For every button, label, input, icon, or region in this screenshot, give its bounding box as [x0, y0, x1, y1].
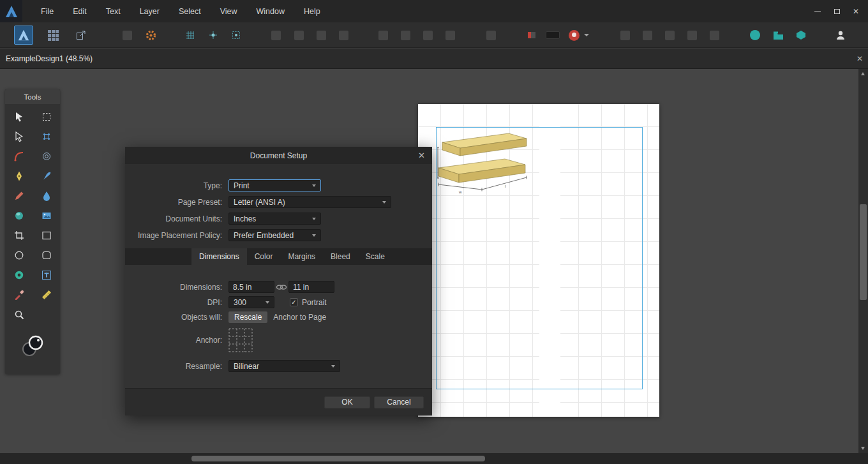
preferences-gear-button[interactable]	[142, 27, 159, 43]
page-preset-dropdown[interactable]: Letter (ANSI A)	[228, 196, 391, 208]
dialog-close-icon[interactable]: ✕	[418, 147, 425, 164]
tab-color[interactable]: Color	[247, 248, 281, 265]
transform-button-1[interactable]	[617, 27, 633, 43]
tab-dimensions[interactable]: Dimensions	[191, 248, 247, 265]
horizontal-scrollbar-thumb[interactable]	[191, 456, 485, 461]
close-window-button[interactable]: ✕	[846, 0, 865, 22]
image-placement-policy-dropdown[interactable]: Prefer Embedded	[228, 229, 321, 241]
color-selector[interactable]	[5, 324, 60, 369]
resample-dropdown[interactable]: Bilinear	[228, 360, 340, 372]
align-button-3[interactable]	[419, 27, 436, 43]
arrange-button-1[interactable]	[267, 27, 284, 43]
pencil-tool-button[interactable]	[5, 186, 33, 206]
tools-panel-title[interactable]: Tools	[5, 89, 60, 104]
menu-file[interactable]: File	[31, 0, 63, 22]
color-cycle-button[interactable]	[747, 27, 763, 43]
color-picker-tool-button[interactable]	[5, 285, 33, 304]
transform-button-5[interactable]	[706, 27, 722, 43]
zoom-tool-button[interactable]	[5, 304, 33, 324]
document-tab-title[interactable]: ExampleDesign1 (48.5%)	[6, 54, 93, 63]
effects-button[interactable]	[793, 27, 809, 43]
horizontal-scrollbar[interactable]	[0, 453, 868, 464]
snap-to-object-button[interactable]	[228, 27, 244, 43]
menu-edit[interactable]: Edit	[63, 0, 96, 22]
rescale-option[interactable]: Rescale	[228, 311, 267, 323]
frame-text-tool-button[interactable]	[33, 265, 60, 285]
node-tool-button[interactable]	[5, 126, 33, 146]
measure-tool-button[interactable]	[33, 285, 60, 304]
menu-layer[interactable]: Layer	[130, 0, 169, 22]
menu-view[interactable]: View	[211, 0, 247, 22]
minimize-button[interactable]	[808, 0, 827, 22]
account-button[interactable]	[832, 27, 849, 43]
menu-text[interactable]: Text	[96, 0, 130, 22]
plank-illustration: w l	[437, 128, 542, 195]
snapping-presets-button[interactable]	[523, 27, 540, 43]
vertical-scrollbar[interactable]	[858, 69, 868, 453]
menu-window[interactable]: Window	[247, 0, 294, 22]
anchor-to-page-option[interactable]: Anchor to Page	[267, 311, 332, 323]
ellipse-tool-button[interactable]	[5, 245, 33, 265]
height-input[interactable]	[288, 281, 334, 293]
scroll-up-icon[interactable]	[861, 72, 865, 75]
gradient-tool-button[interactable]	[5, 206, 33, 225]
anchor-selector[interactable]	[228, 328, 253, 352]
move-tool-button[interactable]	[5, 107, 33, 126]
artboard-tool-button[interactable]	[33, 107, 60, 126]
document-units-dropdown[interactable]: Inches	[228, 213, 321, 225]
pen-tool-button[interactable]	[5, 166, 33, 186]
maximize-button[interactable]	[827, 0, 846, 22]
contour-tool-button[interactable]	[33, 146, 60, 166]
assistant-button[interactable]	[565, 27, 582, 43]
show-grid-button[interactable]	[182, 27, 198, 43]
vector-brush-tool-button[interactable]	[33, 166, 60, 186]
dpi-dropdown[interactable]: 300	[228, 296, 274, 308]
transform-button-3[interactable]	[661, 27, 678, 43]
corner-tool-button[interactable]	[5, 146, 33, 166]
document-settings-button[interactable]	[119, 27, 135, 43]
dialog-upper-form: Type: Print Page Preset: Letter (ANSI A)…	[125, 164, 432, 241]
menu-select[interactable]: Select	[169, 0, 211, 22]
vector-crop-tool-button[interactable]	[5, 225, 33, 245]
document-page[interactable]: w l	[418, 104, 659, 417]
transform-button-2[interactable]	[639, 27, 655, 43]
document-tab-close-icon[interactable]: ✕	[857, 54, 863, 63]
width-input[interactable]	[228, 281, 274, 293]
link-dimensions-icon[interactable]	[274, 284, 288, 290]
rectangle-tool-button[interactable]	[33, 225, 60, 245]
shape-tool-button[interactable]	[5, 265, 33, 285]
swatches-button[interactable]	[770, 27, 786, 43]
place-image-tool-icon	[41, 210, 52, 221]
arrange-button-4[interactable]	[335, 27, 352, 43]
dialog-titlebar[interactable]: Document Setup ✕	[125, 147, 432, 164]
ok-button[interactable]: OK	[324, 396, 370, 408]
toggle-preview-button[interactable]	[544, 27, 561, 43]
tab-scale[interactable]: Scale	[358, 248, 393, 265]
transform-button-4[interactable]	[684, 27, 700, 43]
persona-designer-button[interactable]	[14, 26, 33, 45]
cancel-button[interactable]: Cancel	[374, 396, 424, 408]
snapping-button[interactable]	[205, 27, 221, 43]
persona-pixel-button[interactable]	[43, 26, 63, 45]
canvas-workspace[interactable]: w l Tools	[0, 69, 868, 453]
tab-bleed[interactable]: Bleed	[323, 248, 358, 265]
scroll-down-icon[interactable]	[861, 447, 865, 450]
place-image-tool-button[interactable]	[33, 206, 60, 225]
vertical-scrollbar-thumb[interactable]	[860, 204, 867, 300]
align-button-2[interactable]	[397, 27, 414, 43]
arrange-button-3[interactable]	[313, 27, 329, 43]
align-button-1[interactable]	[375, 27, 391, 43]
assistant-dropdown-button[interactable]	[582, 27, 591, 43]
arrange-button-2[interactable]	[290, 27, 307, 43]
menu-help[interactable]: Help	[294, 0, 330, 22]
persona-export-button[interactable]	[71, 26, 91, 45]
portrait-checkbox[interactable]: ✓	[290, 298, 298, 306]
insert-mode-button[interactable]	[483, 27, 499, 43]
fluid-brush-tool-button[interactable]	[33, 186, 60, 206]
tab-margins[interactable]: Margins	[280, 248, 323, 265]
rounded-rectangle-tool-button[interactable]	[33, 245, 60, 265]
align-button-4[interactable]	[442, 27, 458, 43]
portrait-label: Portrait	[302, 298, 327, 307]
type-dropdown[interactable]: Print	[228, 179, 321, 191]
point-transform-tool-button[interactable]	[33, 126, 60, 146]
